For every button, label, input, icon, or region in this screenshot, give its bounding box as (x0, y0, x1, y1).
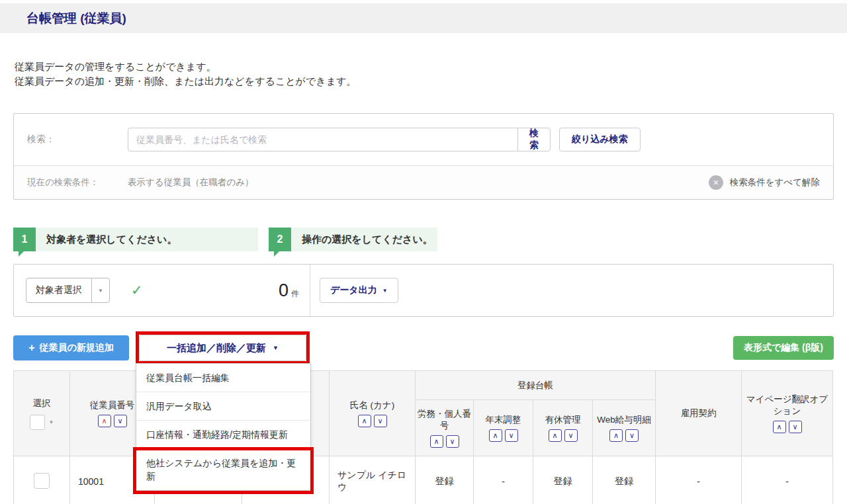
row-mypage-translation: - (742, 456, 833, 504)
select-all-checkbox[interactable] (30, 415, 45, 430)
sort-desc-button[interactable]: ∨ (446, 435, 459, 448)
selected-count-value: 0 (279, 280, 289, 301)
bulk-actions-label: 一括追加／削除／更新 (167, 342, 266, 355)
col-header-employment-contract: 雇用契約 (656, 371, 742, 456)
plus-icon: + (28, 342, 34, 354)
sort-desc-button[interactable]: ∨ (564, 429, 578, 442)
sort-asc-button[interactable]: ∧ (489, 429, 502, 442)
annotation-red-box: 一括追加／削除／更新 ▼ 従業員台帳一括編集 汎用データ取込 口座情報・通勤経路… (136, 331, 310, 364)
actions-row: + 従業員の新規追加 一括追加／削除／更新 ▼ 従業員台帳一括編集 汎用データ取… (13, 331, 834, 364)
row-name-kana: サンプル イチロウ (330, 456, 416, 504)
chevron-down-icon: ▼ (382, 288, 388, 294)
chevron-down-icon[interactable]: ▼ (49, 419, 54, 425)
selected-count: 0 件 (279, 280, 299, 301)
chevron-down-icon[interactable]: ▼ (91, 278, 109, 302)
col-header-web-payslip: Web給与明細 ∧ ∨ (593, 400, 656, 456)
sort-desc-button[interactable]: ∨ (789, 421, 802, 433)
selection-panel: 対象者選択 ▼ ✓ 0 件 データ出力 ▼ (13, 264, 834, 317)
row-select-cell (14, 456, 70, 504)
step-headers: 1 対象者を選択してください。 2 操作の選択をしてください。 (13, 228, 834, 251)
search-row: 検索： 検索 絞り込み検索 (14, 114, 833, 165)
sort-desc-button[interactable]: ∨ (374, 415, 387, 427)
sort-desc-button[interactable]: ∨ (625, 429, 639, 442)
step-2-header: 2 操作の選択をしてください。 (269, 228, 437, 251)
clear-all-conditions-label: 検索条件をすべて解除 (730, 177, 820, 189)
target-select-dropdown[interactable]: 対象者選択 ▼ (26, 278, 110, 303)
description-line: 従業員データの管理をすることができます。 (15, 60, 834, 74)
col-header-leave-management: 有休管理 ∧ ∨ (533, 400, 593, 456)
col-header-year-end-adjustment: 年末調整 ∧ ∨ (474, 400, 533, 456)
sort-asc-button[interactable]: ∧ (358, 415, 371, 427)
mypage-translation-header-label: マイページ翻訳オプション (743, 394, 831, 417)
col-header-mypage-translation: マイページ翻訳オプション ∧ ∨ (742, 371, 833, 456)
col-header-labor-personal-number: 労務・個人番号 ∧ ∨ (416, 400, 474, 456)
bulk-actions-dropdown-button[interactable]: 一括追加／削除／更新 ▼ (139, 335, 306, 361)
add-employee-button[interactable]: + 従業員の新規追加 (13, 335, 129, 360)
menu-item-add-from-external-system[interactable]: 他社システムから従業員を追加・更新 (136, 449, 310, 490)
clear-circle-icon[interactable]: ✕ (709, 175, 723, 190)
sort-asc-button[interactable]: ∧ (609, 429, 623, 442)
row-web-payslip: 登録 (593, 456, 656, 504)
sort-asc-button[interactable]: ∧ (773, 421, 786, 433)
search-panel: 検索： 検索 絞り込み検索 現在の検索条件： 表示する従業員（在職者のみ） ✕ … (13, 113, 834, 200)
page-title: 台帳管理 (従業員) (0, 10, 126, 27)
chevron-down-icon: ▼ (273, 345, 279, 351)
target-select-label[interactable]: 対象者選択 (26, 278, 91, 302)
row-employment-contract: - (656, 456, 742, 504)
add-employee-label: 従業員の新規追加 (40, 342, 114, 354)
step-1-header: 1 対象者を選択してください。 (13, 228, 258, 251)
sort-desc-button[interactable]: ∨ (505, 429, 518, 442)
sort-desc-button[interactable]: ∨ (114, 415, 127, 427)
data-export-label: データ出力 (330, 284, 377, 296)
step-2-badge: 2 (269, 228, 291, 251)
check-icon: ✓ (131, 282, 143, 298)
sheet-edit-beta-button[interactable]: 表形式で編集 (β版) (733, 336, 834, 360)
bulk-actions-menu: 従業員台帳一括編集 汎用データ取込 口座情報・通勤経路/定期情報更新 他社システ… (136, 363, 311, 491)
operation-selection-area: データ出力 ▼ (310, 278, 398, 303)
data-export-dropdown-button[interactable]: データ出力 ▼ (320, 278, 398, 303)
page-header: 台帳管理 (従業員) (0, 3, 847, 33)
row-year-end-adjustment: - (474, 456, 533, 504)
year-end-adjustment-header-label: 年末調整 (475, 414, 531, 426)
col-header-select: 選択 ▼ (14, 371, 70, 456)
row-leave-management: 登録 (533, 456, 593, 504)
menu-item-bulk-edit-ledger[interactable]: 従業員台帳一括編集 (136, 364, 310, 392)
leave-management-header-label: 有休管理 (535, 414, 591, 426)
select-header-label: 選択 (15, 398, 68, 409)
menu-item-bank-commute-update[interactable]: 口座情報・通勤経路/定期情報更新 (136, 421, 310, 449)
step-1-badge: 1 (13, 228, 36, 251)
sort-asc-button[interactable]: ∧ (430, 435, 443, 448)
sort-asc-button[interactable]: ∧ (549, 429, 562, 442)
search-label: 検索： (27, 134, 128, 146)
search-condition-row: 現在の検索条件： 表示する従業員（在職者のみ） ✕ 検索条件をすべて解除 (14, 165, 833, 199)
search-button[interactable]: 検索 (517, 128, 551, 151)
step-2-label: 操作の選択をしてください。 (302, 233, 433, 246)
description-line: 従業員データの追加・更新・削除、または出力などをすることができます。 (15, 74, 834, 89)
menu-item-generic-data-import[interactable]: 汎用データ取込 (136, 392, 310, 421)
col-header-name-kana: 氏名 (カナ) ∧ ∨ (330, 371, 416, 456)
sort-asc-button[interactable]: ∧ (98, 415, 111, 427)
clear-all-conditions-button[interactable]: ✕ 検索条件をすべて解除 (709, 175, 820, 190)
page-description: 従業員データの管理をすることができます。 従業員データの追加・更新・削除、または… (15, 60, 834, 89)
selected-count-unit: 件 (291, 288, 299, 300)
labor-personal-number-header-label: 労務・個人番号 (417, 408, 472, 432)
row-checkbox[interactable] (34, 473, 50, 489)
target-selection-area: 対象者選択 ▼ ✓ 0 件 (14, 265, 310, 316)
condition-label: 現在の検索条件： (27, 177, 128, 189)
name-kana-header-label: 氏名 (カナ) (331, 399, 414, 411)
filter-search-button[interactable]: 絞り込み検索 (559, 128, 641, 151)
condition-value: 表示する従業員（在職者のみ） (128, 177, 253, 189)
step-1-label: 対象者を選択してください。 (46, 233, 177, 246)
search-input[interactable] (128, 128, 518, 151)
row-labor-personal-number: 登録 (416, 456, 474, 504)
col-group-registered-ledgers: 登録台帳 (416, 371, 656, 400)
web-payslip-header-label: Web給与明細 (594, 414, 654, 426)
